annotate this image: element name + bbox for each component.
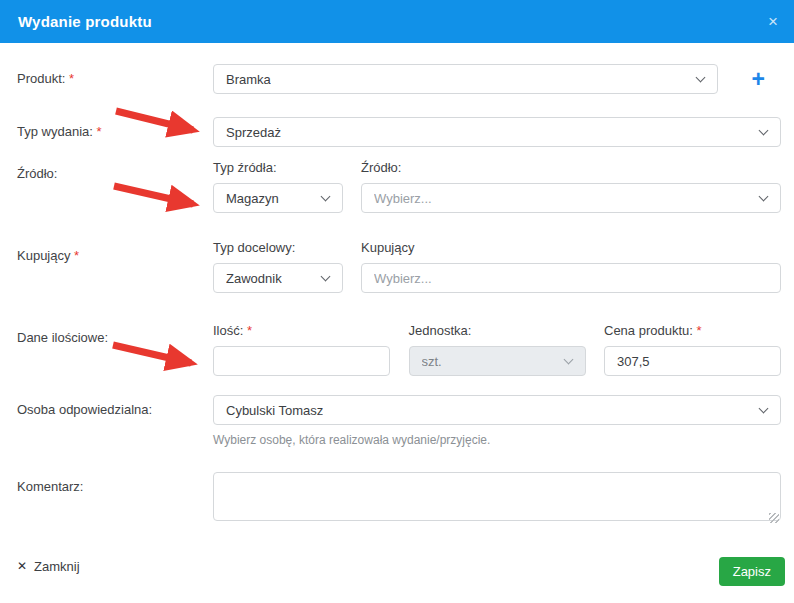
comment-textarea[interactable] — [213, 472, 781, 521]
unit-label: Jednostka: — [409, 323, 586, 338]
add-product-button[interactable]: + — [752, 68, 765, 91]
close-button[interactable]: ✕ Zamknij — [17, 558, 80, 574]
source-type-label: Typ źródła: — [213, 160, 343, 175]
close-icon[interactable]: × — [768, 13, 778, 30]
price-input[interactable] — [604, 346, 781, 376]
resize-handle-icon[interactable] — [769, 513, 779, 523]
chevron-down-icon — [759, 404, 769, 414]
save-button[interactable]: Zapisz — [719, 557, 785, 586]
dane-ilosciowe-label: Dane ilościowe: — [17, 330, 202, 345]
zrodlo-row-label: Źródło: — [17, 166, 202, 181]
chevron-down-icon — [321, 272, 331, 282]
issue-product-modal: Wydanie produktu × Produkt: * Bramka + T… — [0, 0, 794, 603]
required-asterisk: * — [97, 124, 102, 139]
source-label: Źródło: — [361, 160, 781, 175]
price-label: Cena produktu: * — [604, 323, 781, 338]
komentarz-label: Komentarz: — [17, 479, 202, 494]
required-asterisk: * — [697, 323, 702, 338]
close-x-icon: ✕ — [17, 559, 27, 573]
required-asterisk: * — [74, 248, 79, 263]
source-type-select[interactable]: Magazyn — [213, 183, 343, 213]
unit-select: szt. — [409, 346, 586, 376]
buyer-type-select[interactable]: Zawodnik — [213, 263, 343, 293]
source-select[interactable]: Wybierz... — [361, 183, 781, 213]
kupujacy-row-label: Kupujący * — [17, 248, 202, 263]
modal-title: Wydanie produktu — [18, 13, 152, 30]
modal-header: Wydanie produktu × — [0, 0, 794, 43]
responsible-person-select[interactable]: Cybulski Tomasz — [213, 395, 781, 425]
chevron-down-icon — [321, 192, 331, 202]
chevron-down-icon — [563, 355, 573, 365]
quantity-input[interactable] — [213, 346, 390, 376]
typ-wydania-label: Typ wydania: * — [17, 117, 202, 147]
buyer-label: Kupujący — [361, 240, 781, 255]
buyer-input[interactable] — [361, 263, 781, 293]
quantity-label: Ilość: * — [213, 323, 390, 338]
osoba-label: Osoba odpowiedzialna: — [17, 395, 202, 425]
chevron-down-icon — [759, 192, 769, 202]
responsible-person-helper-text: Wybierz osobę, która realizowała wydanie… — [213, 433, 781, 447]
buyer-type-label: Typ docelowy: — [213, 240, 343, 255]
annotation-arrow-quantity — [113, 345, 191, 363]
chevron-down-icon — [759, 126, 769, 136]
required-asterisk: * — [69, 71, 74, 86]
annotation-arrow-source-type — [114, 186, 193, 204]
produkt-label: Produkt: * — [17, 64, 202, 94]
chevron-down-icon — [696, 73, 706, 83]
issue-type-select[interactable]: Sprzedaż — [213, 117, 781, 147]
close-button-label: Zamknij — [34, 559, 80, 574]
required-asterisk: * — [247, 323, 252, 338]
product-select[interactable]: Bramka — [213, 64, 718, 94]
